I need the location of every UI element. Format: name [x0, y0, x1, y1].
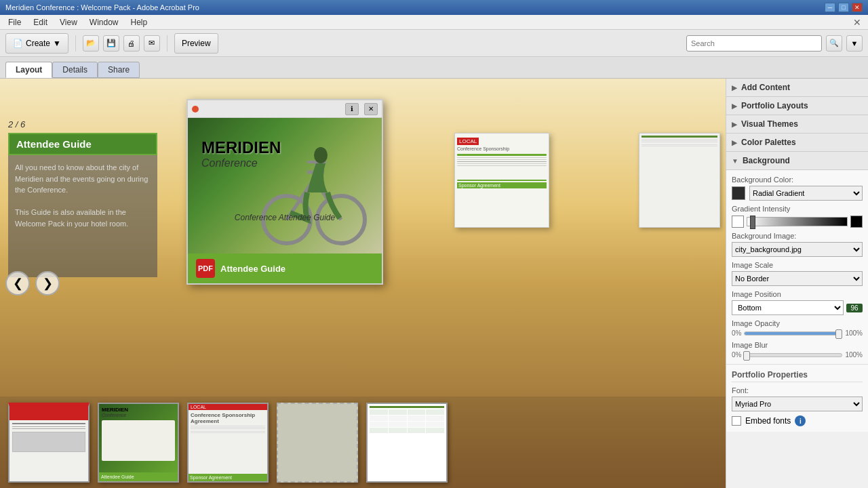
- font-dropdown[interactable]: Myriad Pro: [732, 396, 863, 411]
- doc-title-sub: Conference: [201, 157, 281, 169]
- image-opacity-track[interactable]: [744, 331, 842, 336]
- doc-card-toolbar: ℹ ✕: [188, 100, 382, 118]
- blur-max-label: 100%: [845, 351, 863, 359]
- tabs-row: Layout Details Share: [0, 57, 868, 79]
- opacity-handle[interactable]: [835, 329, 842, 339]
- attendee-guide-body: All you need to know about the city of M…: [8, 155, 157, 277]
- svg-point-8: [314, 147, 328, 163]
- embed-fonts-checkbox[interactable]: [732, 416, 741, 426]
- panel-close-icon[interactable]: ✕: [849, 17, 865, 28]
- color-palettes-arrow-icon: ▶: [732, 139, 737, 146]
- attendee-body-text: All you need to know about the city of M…: [15, 163, 148, 228]
- print-button[interactable]: 🖨: [123, 35, 140, 52]
- attendee-guide-title: Attendee Guide: [8, 133, 157, 155]
- search-input[interactable]: [686, 35, 822, 52]
- embed-fonts-info-icon[interactable]: i: [795, 415, 806, 426]
- bg-image-label: Background Image:: [732, 232, 863, 240]
- create-button[interactable]: 📄 Create ▼: [5, 33, 68, 54]
- tab-layout[interactable]: Layout: [5, 62, 52, 78]
- gradient-bar[interactable]: [747, 217, 848, 226]
- background-content: Background Color: Radial Gradient Gradie…: [726, 170, 868, 365]
- gradient-intensity-label: Gradient Intensity: [732, 205, 863, 213]
- gradient-black-swatch[interactable]: [850, 216, 863, 228]
- search-options-icon[interactable]: ▼: [846, 35, 863, 52]
- far-right-text: [642, 136, 717, 146]
- filmstrip: MERIDIEN Conference Attendee Guide LOCAL…: [0, 396, 726, 488]
- section-color-palettes[interactable]: ▶ Color Palettes: [726, 134, 868, 152]
- portfolio-properties-title: Portfolio Properties: [732, 370, 863, 382]
- image-scale-label: Image Scale: [732, 261, 863, 269]
- thumb2-sub: Conference: [102, 413, 175, 418]
- right-panel: ▶ Add Content ▶ Portfolio Layouts ▶ Visu…: [726, 79, 868, 488]
- close-window-button[interactable]: ✕: [852, 3, 863, 12]
- tab-details[interactable]: Details: [52, 62, 98, 78]
- image-position-dropdown[interactable]: Bottom: [732, 300, 844, 315]
- thumb2-title: MERIDIEN: [102, 407, 175, 413]
- gradient-white-swatch[interactable]: [732, 216, 744, 228]
- gradient-thumb[interactable]: [750, 216, 755, 229]
- image-blur-slider-row: 0% 100%: [732, 351, 863, 359]
- thumb2-content: MERIDIEN Conference: [99, 404, 178, 464]
- visual-themes-label: Visual Themes: [741, 119, 798, 129]
- bg-color-dropdown[interactable]: Radial Gradient: [749, 186, 863, 201]
- film-thumb-5[interactable]: [366, 403, 448, 483]
- background-label: Background: [743, 156, 790, 165]
- bg-color-preview[interactable]: [732, 186, 745, 200]
- nav-prev-button[interactable]: ❮: [5, 271, 30, 296]
- film-thumb-3[interactable]: LOCAL Conference Sponsorship Agreement S…: [187, 403, 269, 483]
- doc-info-icon[interactable]: ℹ: [345, 103, 359, 115]
- portfolio-properties-section: Portfolio Properties Font: Myriad Pro Em…: [726, 365, 868, 432]
- thumb3-footer: Sponsor Agreement: [189, 474, 267, 481]
- portfolio-layouts-label: Portfolio Layouts: [741, 101, 808, 110]
- image-position-row: Bottom 96: [732, 300, 863, 315]
- preview-label: Preview: [182, 39, 211, 48]
- nav-next-button[interactable]: ❯: [35, 271, 60, 296]
- opacity-min-label: 0%: [732, 329, 741, 337]
- menu-file[interactable]: File: [3, 16, 26, 28]
- film-thumb-4[interactable]: [277, 403, 358, 483]
- image-opacity-label: Image Opacity: [732, 319, 863, 327]
- attendee-guide-panel: Attendee Guide All you need to know abou…: [8, 133, 157, 277]
- thumb3-local: LOCAL: [189, 404, 267, 410]
- bg-color-label: Background Color:: [732, 176, 863, 184]
- mini-local-badge: LOCAL: [457, 138, 479, 145]
- font-label: Font:: [732, 386, 863, 394]
- thumb2-image-area: [102, 420, 175, 461]
- preview-button[interactable]: Preview: [174, 33, 218, 54]
- menu-view[interactable]: View: [54, 16, 83, 28]
- email-button[interactable]: ✉: [144, 35, 160, 52]
- titlebar-controls: ─ □ ✕: [825, 3, 863, 12]
- menu-edit[interactable]: Edit: [28, 16, 53, 28]
- embed-fonts-label: Embed fonts: [745, 416, 791, 426]
- open-button[interactable]: 📂: [83, 35, 99, 52]
- doc-delete-icon[interactable]: ✕: [364, 103, 378, 115]
- image-opacity-slider-row: 0% 100%: [732, 329, 863, 337]
- image-scale-dropdown[interactable]: No Border: [732, 271, 863, 286]
- create-icon: 📄: [13, 39, 23, 48]
- section-visual-themes[interactable]: ▶ Visual Themes: [726, 115, 868, 134]
- menubar: File Edit View Window Help ✕: [0, 15, 868, 30]
- blur-handle[interactable]: [743, 351, 750, 361]
- image-blur-track[interactable]: [744, 353, 842, 357]
- film-thumb-1[interactable]: [8, 403, 90, 483]
- film-thumb-2[interactable]: MERIDIEN Conference Attendee Guide: [98, 403, 179, 483]
- menu-help[interactable]: Help: [125, 16, 153, 28]
- image-position-value-badge: 96: [846, 304, 863, 312]
- thumb5-content: [368, 404, 446, 435]
- far-right-mini-card: [639, 133, 720, 228]
- search-icon[interactable]: 🔍: [826, 35, 842, 52]
- section-background[interactable]: ▼ Background: [726, 152, 868, 170]
- visual-themes-arrow-icon: ▶: [732, 121, 737, 128]
- opacity-max-label: 100%: [845, 329, 863, 337]
- section-add-content[interactable]: ▶ Add Content: [726, 79, 868, 97]
- minimize-button[interactable]: ─: [825, 3, 835, 12]
- save-button[interactable]: 💾: [103, 35, 119, 52]
- section-portfolio-layouts[interactable]: ▶ Portfolio Layouts: [726, 97, 868, 115]
- bg-image-dropdown[interactable]: city_background.jpg: [732, 242, 863, 257]
- toolbar: 📄 Create ▼ 📂 💾 🖨 ✉ Preview 🔍 ▼: [0, 30, 868, 57]
- gradient-row: [732, 216, 863, 228]
- titlebar: Meridien Conference : Welcome Pack - Ado…: [0, 0, 868, 15]
- menu-window[interactable]: Window: [84, 16, 124, 28]
- maximize-button[interactable]: □: [838, 3, 849, 12]
- tab-share[interactable]: Share: [98, 62, 140, 78]
